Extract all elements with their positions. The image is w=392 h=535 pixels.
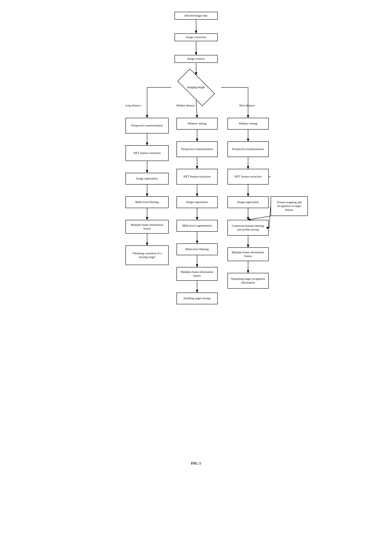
svg-line-5: [196, 100, 197, 117]
infrared-box: Infrared image data: [175, 12, 218, 20]
svg-line-26: [269, 206, 271, 228]
window-right-box: Window setting: [228, 118, 269, 129]
svg-line-28: [248, 216, 271, 220]
reg-mid-box: Image registration: [177, 196, 218, 208]
rotation-box: Image rotation: [175, 55, 218, 63]
texture-right-box: Texture mapping and recognition of targe…: [271, 196, 308, 216]
sift-left-box: SIFT feature extraction: [126, 145, 169, 161]
correction-box: Image correction: [175, 33, 218, 41]
reg-right-box: Image registration: [228, 196, 269, 208]
obtain-left-box: Obtaining a position of a moving target: [126, 245, 169, 265]
diamond-wrapper: Imaging height: [171, 75, 221, 100]
persp-mid-box: Perspective transformation: [177, 141, 218, 157]
reg-left-box: Image registration: [126, 173, 169, 185]
medium-distance-label: Medium distance: [177, 104, 195, 107]
fusion-left-box: Multiple-frame information fusion: [126, 220, 169, 234]
tracing-mid-box: Enabling target tracing: [177, 292, 218, 304]
persp-left-box: Perspective transformation: [126, 118, 169, 134]
fusion-mid-box: Multiple-frame information fusion: [177, 267, 218, 281]
output-right-box: Outputting target recognition informatio…: [228, 273, 269, 289]
fusion-right-box: Multiple-frame information fusion: [228, 247, 269, 261]
short-distance-label: Short distance: [239, 104, 255, 107]
filter-mid-box: Multi-level filtering: [177, 244, 218, 255]
sift-right-box: SIFT feature extraction: [228, 169, 269, 185]
long-distance-label: Long distance: [126, 104, 141, 107]
diamond: [177, 69, 215, 106]
persp-right-box: Perspective transformation: [228, 141, 269, 157]
diagram-container: Infrared image data Image correction Ima…: [120, 4, 273, 473]
window-mid-box: Window setting: [177, 118, 218, 129]
sift-mid-box: SIFT feature extraction: [177, 169, 218, 185]
fig-caption: FIG. 1: [121, 461, 271, 465]
filter-left-box: Multi-level filtering: [126, 196, 169, 208]
connected-right-box: Connected domain labeling and profile tr…: [228, 220, 269, 236]
seg-mid-box: Multi-level segmentation: [177, 220, 218, 232]
